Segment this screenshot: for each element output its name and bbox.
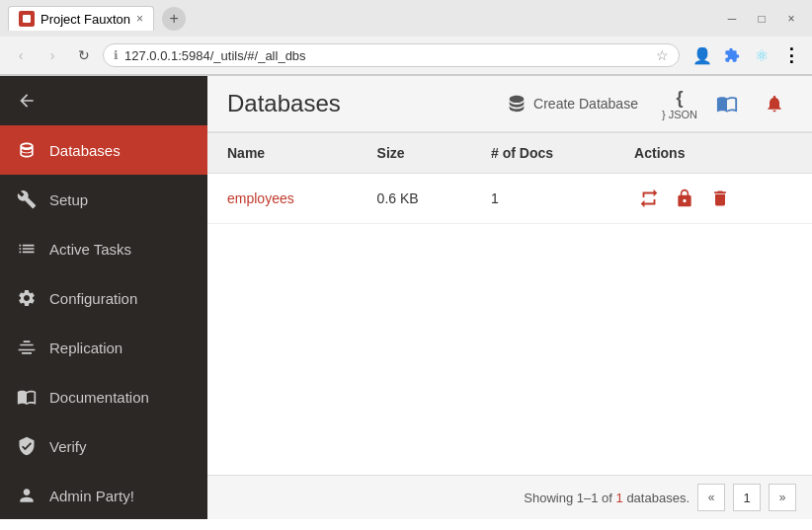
create-database-button[interactable]: Create Database: [494, 87, 650, 120]
page-title: Databases: [227, 90, 482, 117]
sidebar-item-active-tasks-label: Active Tasks: [49, 241, 131, 258]
sidebar-item-admin-party-label: Admin Party!: [49, 488, 134, 504]
bell-icon-button[interactable]: [757, 86, 792, 121]
profile-icon[interactable]: 👤: [690, 42, 715, 68]
window-controls: ─ □ ×: [719, 9, 804, 29]
refresh-button[interactable]: ↻: [71, 42, 97, 68]
column-header-actions: Actions: [614, 133, 812, 174]
lock-icon: ℹ: [114, 48, 119, 62]
lock-button[interactable]: [670, 184, 699, 213]
admin-party-icon: [16, 485, 38, 506]
active-tasks-icon: [16, 238, 38, 260]
nav-bar: ‹ › ↻ ℹ 127.0.0.1:5984/_utils/#/_all_dbs…: [0, 37, 812, 75]
sidebar-item-databases[interactable]: Databases: [0, 125, 207, 175]
employees-db-link[interactable]: employees: [227, 190, 294, 206]
address-bar[interactable]: ℹ 127.0.0.1:5984/_utils/#/_all_dbs ☆: [103, 43, 680, 67]
column-header-docs: # of Docs: [471, 133, 614, 174]
total-count-link[interactable]: 1: [616, 491, 623, 505]
tab-favicon: [19, 11, 35, 27]
sidebar-item-verify-label: Verify: [49, 438, 87, 455]
maximize-button[interactable]: □: [749, 9, 774, 29]
databases-table-container: Name Size # of Docs Actions employees 0.…: [207, 133, 812, 475]
minimize-button[interactable]: ─: [719, 9, 745, 29]
json-open-brace: {: [676, 88, 683, 109]
title-bar: Project Fauxton × + ─ □ ×: [0, 0, 812, 37]
sidebar-item-active-tasks[interactable]: Active Tasks: [0, 224, 207, 273]
browser-tab[interactable]: Project Fauxton ×: [8, 6, 154, 31]
extensions-icon[interactable]: [719, 42, 745, 68]
setup-icon: [16, 189, 38, 210]
db-actions-cell: [614, 174, 812, 224]
table-row: employees 0.6 KB 1: [207, 174, 812, 224]
pagination-next-button[interactable]: »: [769, 484, 796, 511]
create-db-icon: [506, 93, 528, 114]
more-options-button[interactable]: ⋮: [778, 42, 804, 68]
bookmark-icon[interactable]: ☆: [656, 47, 669, 63]
book-icon-button[interactable]: [709, 86, 745, 121]
sidebar-item-replication-label: Replication: [49, 340, 122, 356]
footer: Showing 1–1 of 1 databases. « 1 »: [207, 475, 812, 519]
react-devtools-icon[interactable]: ⚛: [749, 42, 774, 68]
sidebar-item-documentation[interactable]: Documentation: [0, 372, 207, 421]
column-header-size: Size: [358, 133, 471, 174]
replicate-button[interactable]: [634, 184, 664, 213]
footer-info: Showing 1–1 of 1 databases.: [223, 491, 690, 505]
db-name-cell: employees: [207, 174, 358, 224]
forward-button[interactable]: ›: [40, 42, 65, 68]
address-text: 127.0.0.1:5984/_utils/#/_all_dbs: [124, 48, 650, 63]
sidebar-item-databases-label: Databases: [49, 142, 121, 159]
db-label: databases.: [623, 491, 690, 505]
browser-chrome: Project Fauxton × + ─ □ × ‹ › ↻ ℹ 127.0.…: [0, 0, 812, 76]
db-docs-cell: 1: [471, 174, 614, 224]
main-content: Databases Create Database { } JSON: [207, 76, 812, 519]
json-close-label: } JSON: [662, 109, 697, 120]
app-layout: Databases Setup Active Tasks Configurati…: [0, 76, 812, 519]
nav-icons: 👤 ⚛ ⋮: [690, 42, 804, 68]
column-header-name: Name: [207, 133, 358, 174]
sidebar-item-documentation-label: Documentation: [49, 389, 149, 406]
table-header-row: Name Size # of Docs Actions: [207, 133, 812, 174]
sidebar-item-setup-label: Setup: [49, 191, 88, 208]
bell-icon: [765, 94, 784, 114]
db-size-cell: 0.6 KB: [358, 174, 471, 224]
showing-text: Showing 1–1 of: [524, 491, 615, 505]
action-buttons: [634, 184, 792, 213]
sidebar-item-verify[interactable]: Verify: [0, 421, 207, 471]
sidebar-item-replication[interactable]: Replication: [0, 323, 207, 372]
documentation-icon: [16, 386, 38, 408]
sidebar-item-back[interactable]: [0, 76, 207, 125]
tab-close-button[interactable]: ×: [136, 12, 143, 26]
verify-icon: [16, 435, 38, 457]
back-arrow-icon: [16, 90, 38, 112]
toolbar: Databases Create Database { } JSON: [207, 76, 812, 133]
databases-icon: [16, 139, 38, 161]
delete-button[interactable]: [705, 184, 735, 213]
sidebar-item-setup[interactable]: Setup: [0, 175, 207, 224]
databases-table: Name Size # of Docs Actions employees 0.…: [207, 133, 812, 224]
pagination-prev-button[interactable]: «: [697, 484, 725, 511]
back-button[interactable]: ‹: [8, 42, 34, 68]
pagination-current-page: 1: [733, 484, 761, 511]
replication-icon: [16, 337, 38, 358]
new-tab-button[interactable]: +: [162, 7, 186, 31]
sidebar: Databases Setup Active Tasks Configurati…: [0, 76, 207, 519]
sidebar-item-admin-party[interactable]: Admin Party!: [0, 471, 207, 519]
close-button[interactable]: ×: [778, 9, 804, 29]
tab-title: Project Fauxton: [41, 12, 130, 27]
book-icon: [716, 93, 738, 114]
create-database-label: Create Database: [533, 96, 638, 112]
sidebar-item-configuration[interactable]: Configuration: [0, 273, 207, 323]
sidebar-item-configuration-label: Configuration: [49, 290, 137, 307]
json-button[interactable]: { } JSON: [662, 88, 697, 120]
configuration-icon: [16, 287, 38, 309]
